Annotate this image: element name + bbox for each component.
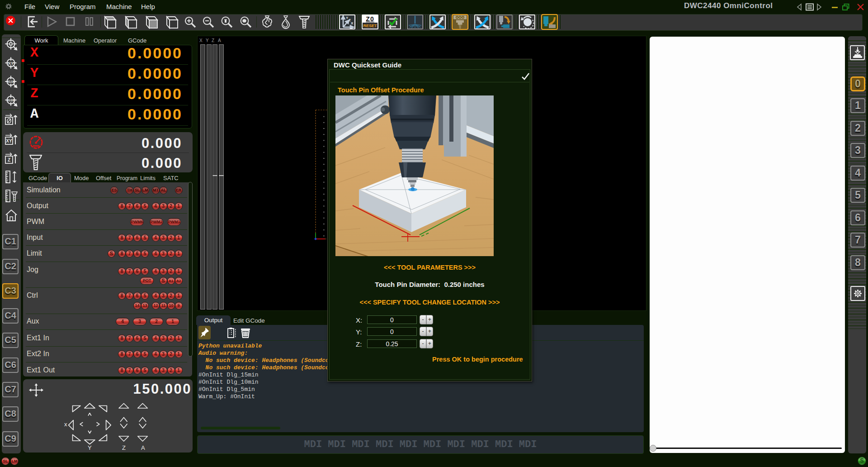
svg-text:Z: Z bbox=[8, 157, 10, 162]
svg-text:x: x bbox=[64, 421, 67, 428]
svg-text:X: X bbox=[351, 21, 354, 25]
svg-text:G28: G28 bbox=[8, 80, 14, 84]
svg-text:G30: G30 bbox=[8, 98, 14, 102]
svg-text:XY: XY bbox=[6, 138, 12, 143]
svg-text:XY: XY bbox=[8, 61, 14, 66]
